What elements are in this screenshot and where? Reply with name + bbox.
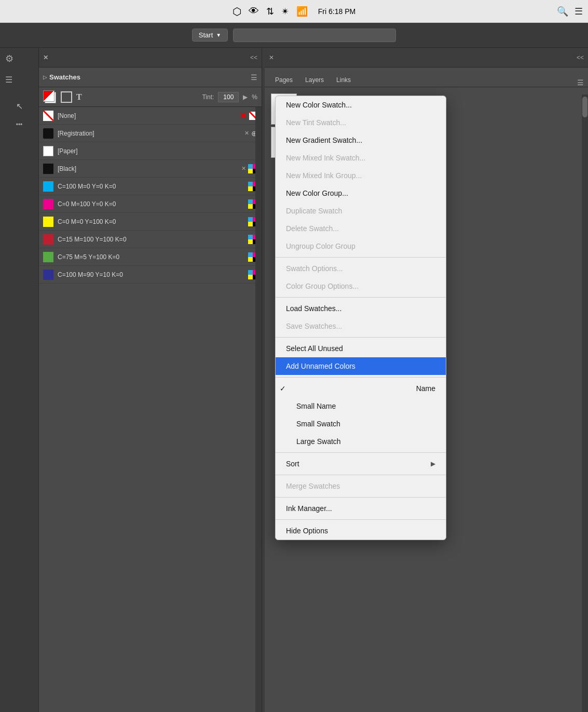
tint-percent: % — [252, 93, 257, 101]
menu-separator — [276, 377, 446, 378]
bluetooth-icon[interactable]: ✴ — [281, 6, 289, 17]
menu-item-small-name[interactable]: Small Name — [276, 397, 446, 415]
swatch-color-cyan — [43, 181, 53, 192]
menu-item-label: Sort — [286, 460, 299, 468]
tint-stepper[interactable]: ▶ — [243, 93, 248, 101]
swatch-row[interactable]: [Registration] ✕ ⊕ — [39, 125, 262, 142]
toolbar-search-wrapper: 🔍 — [233, 29, 396, 42]
menu-item-new-gradient-swatch[interactable]: New Gradient Swatch... — [276, 131, 446, 149]
menu-item-label: Color Group Options... — [286, 282, 359, 290]
panel-title-arrow-icon: ▷ — [43, 74, 47, 80]
swatch-name: C=0 M=100 Y=0 K=0 — [58, 200, 244, 208]
menu-item-label: Save Swatches... — [286, 322, 342, 330]
tab-pages[interactable]: Pages — [269, 73, 299, 87]
stroke-swatch-icon[interactable] — [61, 91, 72, 103]
submenu-arrow-icon: ▶ — [431, 460, 435, 467]
swatch-row[interactable]: [Paper] — [39, 142, 262, 160]
tint-input[interactable]: 100 — [218, 92, 239, 102]
gear-icon[interactable]: ⚙ — [0, 48, 38, 70]
sidebar-tools: ↖ ••• — [0, 90, 38, 132]
tool-select[interactable]: ↖ — [9, 96, 29, 116]
menu-item-duplicate-swatch: Duplicate Swatch — [276, 202, 446, 220]
panel-title-row: ▷ Swatches ☰ — [39, 68, 262, 87]
menu-separator — [276, 452, 446, 453]
start-button[interactable]: Start ▼ — [192, 29, 228, 42]
context-menu: New Color Swatch... New Tint Swatch... N… — [275, 96, 446, 540]
text-swatch-icon[interactable]: T — [76, 92, 82, 102]
swatches-panel: ✕ << ▷ Swatches ☰ T Tint: 100 ▶ % — [39, 48, 262, 712]
swatch-name: C=100 M=0 Y=0 K=0 — [58, 183, 244, 190]
menu-separator — [276, 519, 446, 520]
right-panel-collapse[interactable]: << — [577, 54, 584, 61]
menu-item-new-color-swatch[interactable]: New Color Swatch... — [276, 96, 446, 114]
menu-item-label: Ungroup Color Group — [286, 242, 355, 250]
menu-item-save-swatches: Save Swatches... — [276, 317, 446, 335]
swatch-list: [None] ✕ [Registration] ✕ ⊕ [Paper] — [39, 107, 262, 712]
tab-layers[interactable]: Layers — [299, 73, 330, 87]
menu-item-label: Name — [416, 384, 435, 393]
swatch-row[interactable]: C=100 M=90 Y=10 K=0 — [39, 266, 262, 284]
swatch-row[interactable]: [None] ✕ — [39, 107, 262, 125]
swatch-name: C=0 M=0 Y=100 K=0 — [58, 218, 244, 225]
swatch-color-black — [43, 164, 53, 174]
tab-links[interactable]: Links — [330, 73, 357, 87]
swatch-row[interactable]: C=15 M=100 Y=100 K=0 — [39, 231, 262, 248]
panel-header: ✕ << — [39, 48, 262, 68]
left-sidebar: ⚙ ☰ ↖ ••• — [0, 48, 39, 712]
menu-item-new-mixed-ink-group: New Mixed Ink Group... — [276, 167, 446, 184]
right-panel-menu-icon[interactable]: ☰ — [577, 78, 584, 87]
menu-item-select-all-unused[interactable]: Select All Unused — [276, 340, 446, 357]
menu-item-new-tint-swatch: New Tint Swatch... — [276, 114, 446, 131]
panel-close-button[interactable]: ✕ — [43, 54, 48, 61]
menu-item-small-swatch[interactable]: Small Swatch — [276, 415, 446, 433]
swatch-row[interactable]: C=0 M=0 Y=100 K=0 — [39, 213, 262, 231]
fill-swatch-icon[interactable] — [43, 90, 57, 104]
menu-item-load-swatches[interactable]: Load Swatches... — [276, 300, 446, 317]
right-panel-header: ✕ << — [265, 48, 588, 68]
menu-item-hide-options[interactable]: Hide Options — [276, 522, 446, 540]
wifi-icon[interactable]: 📶 — [296, 6, 308, 17]
transfer-icon[interactable]: ⇅ — [266, 6, 274, 17]
swatch-row[interactable]: C=100 M=0 Y=0 K=0 — [39, 178, 262, 195]
swatch-name: [Paper] — [58, 147, 253, 155]
app-window: Start ▼ 🔍 ⚙ ☰ ↖ ••• ✕ << ▷ Swatches ☰ — [0, 23, 588, 712]
right-scrollbar[interactable] — [582, 95, 588, 712]
swatch-row[interactable]: C=75 M=5 Y=100 K=0 — [39, 248, 262, 266]
menu-item-label: Duplicate Swatch — [286, 207, 342, 215]
menu-item-ink-manager[interactable]: Ink Manager... — [276, 500, 446, 517]
swatch-color-paper — [43, 146, 53, 156]
sidebar-menu-icon[interactable]: ☰ — [0, 70, 38, 90]
swatches-scrollbar[interactable] — [255, 107, 262, 712]
dropbox-icon[interactable]: ⬡ — [233, 5, 241, 18]
menu-check-icon: ✓ — [280, 384, 286, 393]
menu-separator — [276, 257, 446, 258]
scissors-icon: ✕ — [241, 165, 246, 172]
menubar-icons: ⬡ 👁 ⇅ ✴ 📶 — [233, 5, 308, 18]
menu-item-label: Ink Manager... — [286, 504, 332, 513]
toolbar-search-input[interactable] — [233, 29, 396, 42]
menu-separator — [276, 337, 446, 338]
panel-menu-icon[interactable]: ☰ — [251, 73, 257, 82]
menu-item-add-unnamed-colors[interactable]: Add Unnamed Colors — [276, 357, 446, 375]
menu-item-label: New Mixed Ink Swatch... — [286, 154, 365, 162]
scissors-icon: ✕ — [244, 130, 249, 137]
scissors-icon: ✕ — [239, 110, 247, 122]
menu-item-ungroup-color-group: Ungroup Color Group — [276, 237, 446, 255]
menu-item-sort[interactable]: Sort ▶ — [276, 455, 446, 473]
eye-icon[interactable]: 👁 — [249, 5, 259, 17]
menu-item-label: New Tint Swatch... — [286, 118, 346, 127]
search-icon[interactable]: 🔍 — [557, 6, 568, 17]
right-panel-close[interactable]: ✕ — [269, 54, 274, 61]
menu-item-new-color-group[interactable]: New Color Group... — [276, 184, 446, 202]
start-chevron-icon: ▼ — [216, 32, 221, 38]
menu-item-large-swatch[interactable]: Large Swatch — [276, 433, 446, 450]
list-icon[interactable]: ☰ — [575, 6, 583, 17]
swatch-color-yellow — [43, 217, 53, 227]
panel-collapse-button[interactable]: << — [250, 54, 257, 61]
swatch-row-icons: ✕ — [239, 110, 257, 122]
swatch-row[interactable]: C=0 M=100 Y=0 K=0 — [39, 195, 262, 213]
swatch-color-registration — [43, 128, 53, 139]
swatch-row[interactable]: [Black] ✕ — [39, 160, 262, 178]
menu-item-label: Add Unnamed Colors — [286, 362, 355, 370]
menu-item-name[interactable]: ✓ Name — [276, 380, 446, 397]
